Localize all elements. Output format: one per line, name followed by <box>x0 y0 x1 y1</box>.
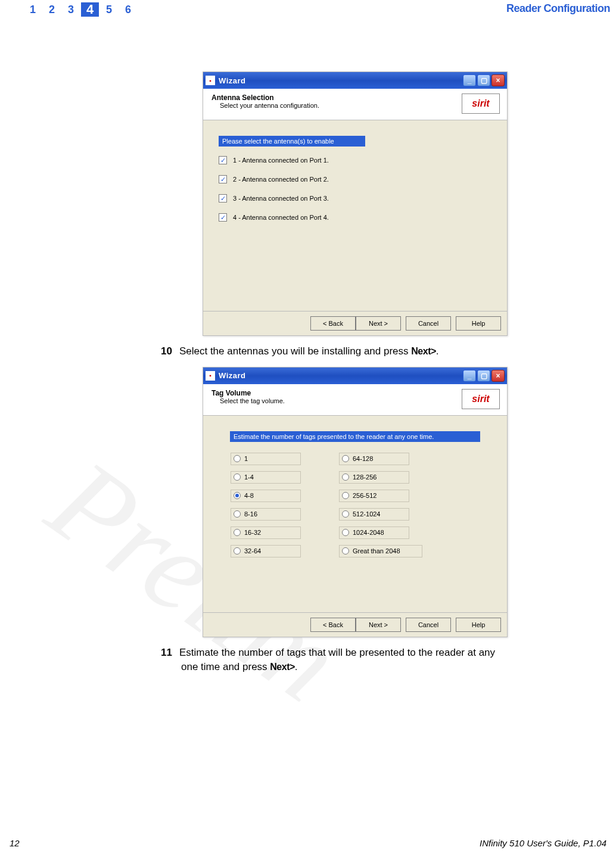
step-11-instruction: 11Estimate the number of tags that will … <box>161 646 608 674</box>
prompt-label: Estimate the number of tags presented to… <box>230 431 480 442</box>
radio-label: 8-16 <box>244 510 257 518</box>
wizard-footer: < Back Next > Cancel Help <box>203 311 507 335</box>
close-button[interactable]: × <box>491 74 505 86</box>
wizard-antenna-selection: ▪ Wizard _ ▢ × Antenna Selection Select … <box>203 71 508 336</box>
checkbox-antenna-1[interactable]: ✓ <box>219 156 227 164</box>
radio-label: 64-128 <box>353 455 373 462</box>
antenna-option-4: ✓ 4 - Antenna connected on Port 4. <box>219 212 491 223</box>
sirit-logo: sirit <box>462 389 500 409</box>
guide-prefix: IN <box>480 838 489 848</box>
radio-option-16-32[interactable]: 16-32 <box>231 527 301 539</box>
tab-6: 6 <box>119 2 137 17</box>
sirit-logo: sirit <box>462 94 500 114</box>
wizard-body: Please select the antenna(s) to enable ✓… <box>203 120 507 311</box>
radio-label: 512-1024 <box>353 510 381 518</box>
checkbox-antenna-4[interactable]: ✓ <box>219 213 227 222</box>
checkbox-antenna-3[interactable]: ✓ <box>219 194 227 203</box>
checkbox-antenna-2[interactable]: ✓ <box>219 175 227 183</box>
wizard-tag-volume: ▪ Wizard _ ▢ × Tag Volume Select the tag… <box>203 367 508 637</box>
radio-label: 1 <box>244 455 248 462</box>
tag-volume-options: 1 1-4 4-8 8-16 16-32 32-64 64-128 128-25… <box>219 453 491 557</box>
radio-icon <box>342 474 349 481</box>
step-10-bold: Next> <box>411 346 436 356</box>
antenna-2-label: 2 - Antenna connected on Port 2. <box>229 174 366 185</box>
wizard-footer: < Back Next > Cancel Help <box>203 613 507 637</box>
step-10-suffix: . <box>436 345 439 357</box>
step-11-number: 11 <box>161 647 172 658</box>
antenna-option-3: ✓ 3 - Antenna connected on Port 3. <box>219 193 491 204</box>
close-button[interactable]: × <box>491 370 505 382</box>
prompt-label: Please select the antenna(s) to enable <box>219 136 365 147</box>
wizard-step-title: Tag Volume <box>211 389 285 397</box>
radio-option-1[interactable]: 1 <box>231 453 301 465</box>
radio-option-4-8[interactable]: 4-8 <box>231 490 301 502</box>
step-11-line1: Estimate the number of tags that will be… <box>179 647 495 658</box>
antenna-1-label: 1 - Antenna connected on Port 1. <box>229 155 366 166</box>
step-11-suffix: . <box>295 661 298 672</box>
next-button[interactable]: Next > <box>356 618 401 632</box>
minimize-button[interactable]: _ <box>463 74 476 86</box>
page-footer: 12 INfinity 510 User's Guide, P1.04 <box>0 838 616 848</box>
back-button[interactable]: < Back <box>310 618 356 632</box>
radio-icon <box>342 529 349 536</box>
back-button[interactable]: < Back <box>310 316 356 331</box>
help-button[interactable]: Help <box>456 618 501 632</box>
page-number: 12 <box>10 838 20 848</box>
radio-icon <box>342 455 349 462</box>
radio-label: 128-256 <box>353 474 377 481</box>
page-content: ▪ Wizard _ ▢ × Antenna Selection Select … <box>161 71 608 682</box>
titlebar: ▪ Wizard _ ▢ × <box>203 72 507 89</box>
radio-option-128-256[interactable]: 128-256 <box>339 471 409 484</box>
maximize-button[interactable]: ▢ <box>477 74 490 86</box>
radio-icon <box>234 474 241 481</box>
logo-text: sirit <box>472 99 489 108</box>
logo-text: sirit <box>472 394 489 404</box>
wizard-step-title: Antenna Selection <box>211 94 319 102</box>
cancel-button[interactable]: Cancel <box>406 316 451 331</box>
radio-label: 32-64 <box>244 547 261 555</box>
step-10-number: 10 <box>161 345 172 357</box>
chapter-tabs: 1 2 3 4 5 6 <box>24 2 137 17</box>
antenna-option-2: ✓ 2 - Antenna connected on Port 2. <box>219 174 491 185</box>
radio-icon <box>234 492 241 499</box>
radio-icon <box>234 510 241 518</box>
radio-option-1-4[interactable]: 1-4 <box>231 471 301 484</box>
tab-3: 3 <box>62 2 80 17</box>
titlebar: ▪ Wizard _ ▢ × <box>203 367 507 384</box>
antenna-3-label: 3 - Antenna connected on Port 3. <box>229 193 366 204</box>
window-title: Wizard <box>219 371 462 380</box>
minimize-button[interactable]: _ <box>463 370 476 382</box>
radio-option-64-128[interactable]: 64-128 <box>339 453 409 465</box>
radio-option-256-512[interactable]: 256-512 <box>339 490 409 502</box>
step-10-instruction: 10Select the antennas you will be instal… <box>161 344 608 359</box>
antenna-4-label: 4 - Antenna connected on Port 4. <box>229 212 366 223</box>
wizard-step-sub: Select your antenna configuration. <box>220 102 319 109</box>
radio-label: 4-8 <box>244 492 254 499</box>
radio-option-512-1024[interactable]: 512-1024 <box>339 508 409 521</box>
wizard-body: Estimate the number of tags presented to… <box>203 416 507 612</box>
radio-option-1024-2048[interactable]: 1024-2048 <box>339 527 409 539</box>
app-icon: ▪ <box>206 76 215 85</box>
guide-rest: finity 510 User's Guide, P1.04 <box>489 838 606 848</box>
radio-option-gt-2048[interactable]: Great than 2048 <box>339 545 422 557</box>
step-11-bold: Next> <box>270 662 295 672</box>
cancel-button[interactable]: Cancel <box>406 618 451 632</box>
wizard-step-sub: Select the tag volume. <box>220 397 285 404</box>
radio-icon <box>342 510 349 518</box>
radio-label: 1024-2048 <box>353 529 384 536</box>
tab-4-active: 4 <box>81 2 99 17</box>
radio-icon <box>342 492 349 499</box>
radio-icon <box>342 547 349 555</box>
radio-icon <box>234 455 241 462</box>
next-button[interactable]: Next > <box>356 316 401 331</box>
radio-option-32-64[interactable]: 32-64 <box>231 545 301 557</box>
radio-option-8-16[interactable]: 8-16 <box>231 508 301 521</box>
step-11-line2: one time and press <box>181 661 270 672</box>
help-button[interactable]: Help <box>456 316 501 331</box>
section-title: Reader Configuration <box>506 2 610 15</box>
tab-2: 2 <box>43 2 61 17</box>
wizard-header: Tag Volume Select the tag volume. sirit <box>203 384 507 416</box>
step-10-text: Select the antennas you will be installi… <box>179 345 411 357</box>
maximize-button[interactable]: ▢ <box>477 370 490 382</box>
app-icon: ▪ <box>206 371 215 381</box>
